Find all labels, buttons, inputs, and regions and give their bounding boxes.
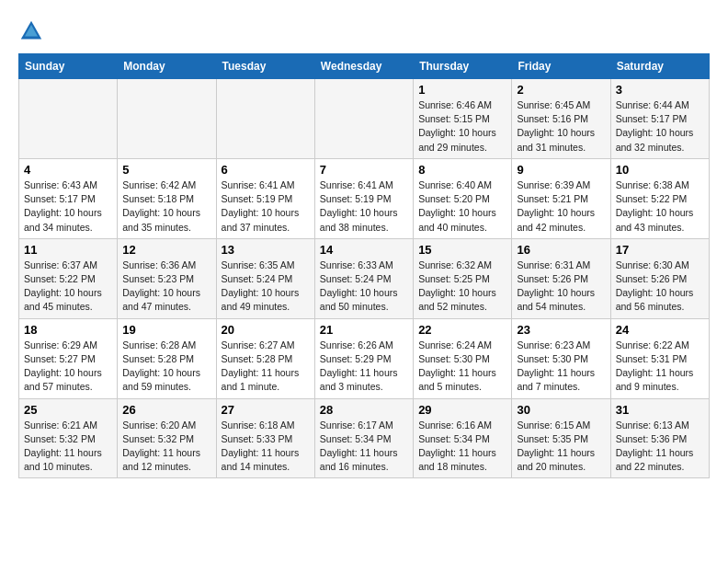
day-number: 31 — [616, 403, 704, 417]
calendar-week-2: 4Sunrise: 6:43 AMSunset: 5:17 PMDaylight… — [19, 158, 710, 238]
day-info: Sunrise: 6:37 AMSunset: 5:22 PMDaylight:… — [24, 259, 112, 315]
calendar-header-sunday: Sunday — [19, 54, 118, 79]
day-number: 18 — [24, 323, 112, 337]
day-info: Sunrise: 6:28 AMSunset: 5:28 PMDaylight:… — [122, 339, 210, 395]
day-number: 22 — [418, 323, 506, 337]
day-number: 10 — [616, 163, 704, 177]
day-number: 11 — [24, 243, 112, 257]
page-header — [18, 18, 710, 44]
calendar-cell: 6Sunrise: 6:41 AMSunset: 5:19 PMDaylight… — [216, 158, 314, 238]
day-info: Sunrise: 6:13 AMSunset: 5:36 PMDaylight:… — [616, 419, 704, 475]
day-number: 12 — [122, 243, 210, 257]
calendar-cell: 23Sunrise: 6:23 AMSunset: 5:30 PMDayligh… — [512, 318, 610, 398]
calendar-week-3: 11Sunrise: 6:37 AMSunset: 5:22 PMDayligh… — [19, 238, 710, 318]
day-info: Sunrise: 6:17 AMSunset: 5:34 PMDaylight:… — [320, 419, 408, 475]
day-info: Sunrise: 6:35 AMSunset: 5:24 PMDaylight:… — [222, 259, 310, 315]
day-info: Sunrise: 6:27 AMSunset: 5:28 PMDaylight:… — [222, 339, 310, 395]
day-info: Sunrise: 6:46 AMSunset: 5:15 PMDaylight:… — [418, 98, 506, 155]
calendar-cell: 27Sunrise: 6:18 AMSunset: 5:33 PMDayligh… — [216, 398, 314, 478]
calendar-cell: 7Sunrise: 6:41 AMSunset: 5:19 PMDaylight… — [314, 158, 413, 238]
day-number: 2 — [517, 83, 605, 97]
calendar-header-saturday: Saturday — [610, 54, 709, 79]
day-info: Sunrise: 6:15 AMSunset: 5:35 PMDaylight:… — [517, 419, 605, 475]
day-number: 13 — [222, 243, 310, 257]
calendar-cell: 22Sunrise: 6:24 AMSunset: 5:30 PMDayligh… — [414, 318, 512, 398]
calendar-cell: 25Sunrise: 6:21 AMSunset: 5:32 PMDayligh… — [19, 398, 118, 478]
day-info: Sunrise: 6:41 AMSunset: 5:19 PMDaylight:… — [320, 178, 408, 235]
calendar-cell: 31Sunrise: 6:13 AMSunset: 5:36 PMDayligh… — [610, 398, 709, 478]
calendar-header-row: SundayMondayTuesdayWednesdayThursdayFrid… — [19, 54, 710, 79]
day-info: Sunrise: 6:30 AMSunset: 5:26 PMDaylight:… — [616, 259, 704, 315]
calendar-cell: 12Sunrise: 6:36 AMSunset: 5:23 PMDayligh… — [118, 238, 216, 318]
calendar-cell: 21Sunrise: 6:26 AMSunset: 5:29 PMDayligh… — [314, 318, 413, 398]
calendar-cell: 20Sunrise: 6:27 AMSunset: 5:28 PMDayligh… — [216, 318, 314, 398]
calendar-cell: 28Sunrise: 6:17 AMSunset: 5:34 PMDayligh… — [314, 398, 413, 478]
day-number: 19 — [122, 323, 210, 337]
calendar-cell: 5Sunrise: 6:42 AMSunset: 5:18 PMDaylight… — [118, 158, 216, 238]
calendar-cell: 19Sunrise: 6:28 AMSunset: 5:28 PMDayligh… — [118, 318, 216, 398]
day-info: Sunrise: 6:36 AMSunset: 5:23 PMDaylight:… — [122, 259, 210, 315]
calendar-cell: 26Sunrise: 6:20 AMSunset: 5:32 PMDayligh… — [118, 398, 216, 478]
day-info: Sunrise: 6:16 AMSunset: 5:34 PMDaylight:… — [418, 419, 506, 475]
calendar-cell — [216, 79, 314, 159]
day-number: 4 — [24, 163, 112, 177]
day-number: 8 — [418, 163, 506, 177]
calendar-header-tuesday: Tuesday — [216, 54, 314, 79]
calendar-cell: 3Sunrise: 6:44 AMSunset: 5:17 PMDaylight… — [610, 79, 709, 159]
day-number: 6 — [222, 163, 310, 177]
day-number: 5 — [122, 163, 210, 177]
calendar-cell: 14Sunrise: 6:33 AMSunset: 5:24 PMDayligh… — [314, 238, 413, 318]
calendar-cell: 17Sunrise: 6:30 AMSunset: 5:26 PMDayligh… — [610, 238, 709, 318]
day-info: Sunrise: 6:42 AMSunset: 5:18 PMDaylight:… — [122, 178, 210, 235]
day-info: Sunrise: 6:38 AMSunset: 5:22 PMDaylight:… — [616, 178, 704, 235]
day-info: Sunrise: 6:33 AMSunset: 5:24 PMDaylight:… — [320, 259, 408, 315]
day-number: 28 — [320, 403, 408, 417]
calendar-header-friday: Friday — [512, 54, 610, 79]
calendar-cell — [118, 79, 216, 159]
day-info: Sunrise: 6:22 AMSunset: 5:31 PMDaylight:… — [616, 339, 704, 395]
day-number: 16 — [517, 243, 605, 257]
calendar-cell: 29Sunrise: 6:16 AMSunset: 5:34 PMDayligh… — [414, 398, 512, 478]
calendar-cell: 16Sunrise: 6:31 AMSunset: 5:26 PMDayligh… — [512, 238, 610, 318]
calendar-cell: 2Sunrise: 6:45 AMSunset: 5:16 PMDaylight… — [512, 79, 610, 159]
day-info: Sunrise: 6:21 AMSunset: 5:32 PMDaylight:… — [24, 419, 112, 475]
day-number: 15 — [418, 243, 506, 257]
day-number: 30 — [517, 403, 605, 417]
day-info: Sunrise: 6:43 AMSunset: 5:17 PMDaylight:… — [24, 178, 112, 235]
logo — [18, 18, 48, 44]
calendar-cell: 18Sunrise: 6:29 AMSunset: 5:27 PMDayligh… — [19, 318, 118, 398]
day-info: Sunrise: 6:23 AMSunset: 5:30 PMDaylight:… — [517, 339, 605, 395]
day-number: 27 — [222, 403, 310, 417]
calendar-cell: 11Sunrise: 6:37 AMSunset: 5:22 PMDayligh… — [19, 238, 118, 318]
day-info: Sunrise: 6:32 AMSunset: 5:25 PMDaylight:… — [418, 259, 506, 315]
day-info: Sunrise: 6:31 AMSunset: 5:26 PMDaylight:… — [517, 259, 605, 315]
calendar-week-4: 18Sunrise: 6:29 AMSunset: 5:27 PMDayligh… — [19, 318, 710, 398]
day-number: 25 — [24, 403, 112, 417]
calendar-week-1: 1Sunrise: 6:46 AMSunset: 5:15 PMDaylight… — [19, 79, 710, 159]
day-number: 24 — [616, 323, 704, 337]
day-info: Sunrise: 6:39 AMSunset: 5:21 PMDaylight:… — [517, 178, 605, 235]
day-number: 9 — [517, 163, 605, 177]
day-info: Sunrise: 6:18 AMSunset: 5:33 PMDaylight:… — [222, 419, 310, 475]
calendar-cell: 1Sunrise: 6:46 AMSunset: 5:15 PMDaylight… — [414, 79, 512, 159]
calendar-cell: 30Sunrise: 6:15 AMSunset: 5:35 PMDayligh… — [512, 398, 610, 478]
day-number: 21 — [320, 323, 408, 337]
day-info: Sunrise: 6:44 AMSunset: 5:17 PMDaylight:… — [616, 98, 704, 155]
day-info: Sunrise: 6:24 AMSunset: 5:30 PMDaylight:… — [418, 339, 506, 395]
day-number: 29 — [418, 403, 506, 417]
calendar-cell — [19, 79, 118, 159]
day-number: 7 — [320, 163, 408, 177]
calendar-cell: 15Sunrise: 6:32 AMSunset: 5:25 PMDayligh… — [414, 238, 512, 318]
day-info: Sunrise: 6:45 AMSunset: 5:16 PMDaylight:… — [517, 98, 605, 155]
day-info: Sunrise: 6:29 AMSunset: 5:27 PMDaylight:… — [24, 339, 112, 395]
calendar-cell: 9Sunrise: 6:39 AMSunset: 5:21 PMDaylight… — [512, 158, 610, 238]
day-number: 23 — [517, 323, 605, 337]
calendar-cell: 24Sunrise: 6:22 AMSunset: 5:31 PMDayligh… — [610, 318, 709, 398]
calendar-week-5: 25Sunrise: 6:21 AMSunset: 5:32 PMDayligh… — [19, 398, 710, 478]
calendar-header-thursday: Thursday — [414, 54, 512, 79]
calendar-cell: 13Sunrise: 6:35 AMSunset: 5:24 PMDayligh… — [216, 238, 314, 318]
day-number: 26 — [122, 403, 210, 417]
calendar-table: SundayMondayTuesdayWednesdayThursdayFrid… — [18, 53, 710, 478]
day-number: 14 — [320, 243, 408, 257]
day-number: 17 — [616, 243, 704, 257]
